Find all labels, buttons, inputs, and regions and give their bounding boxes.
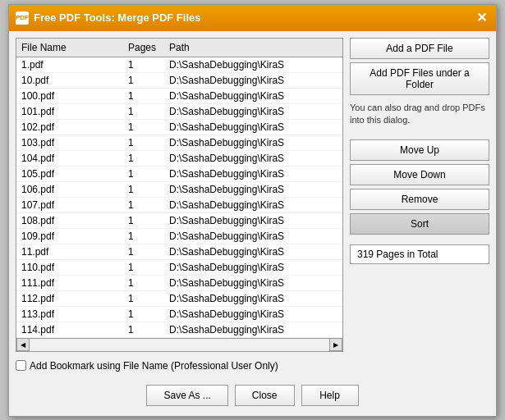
pages-cell: 1 — [126, 105, 168, 118]
bookmark-row: Add Bookmark using File Name (Profession… — [16, 357, 489, 375]
col-header-pages: Pages — [126, 40, 168, 55]
col-header-name: File Name — [20, 40, 126, 55]
main-area: File Name Pages Path 1.pdf1D:\SashaDebug… — [16, 38, 489, 352]
move-up-button[interactable]: Move Up — [350, 139, 489, 161]
table-row[interactable]: 11.pdf1D:\SashaDebugging\KiraS — [16, 244, 342, 260]
table-row[interactable]: 1.pdf1D:\SashaDebugging\KiraS — [16, 57, 342, 73]
path-cell: D:\SashaDebugging\KiraS — [168, 230, 339, 243]
pages-cell: 1 — [126, 74, 168, 87]
path-cell: D:\SashaDebugging\KiraS — [168, 323, 339, 336]
pages-cell: 1 — [126, 167, 168, 180]
pages-cell: 1 — [126, 136, 168, 149]
move-down-button[interactable]: Move Down — [350, 164, 489, 185]
table-row[interactable]: 105.pdf1D:\SashaDebugging\KiraS — [16, 167, 342, 182]
app-icon: PDF — [16, 11, 29, 25]
table-row[interactable]: 103.pdf1D:\SashaDebugging\KiraS — [16, 135, 342, 151]
path-cell: D:\SashaDebugging\KiraS — [168, 105, 339, 118]
file-name-cell: 11.pdf — [20, 245, 126, 258]
file-name-cell: 10.pdf — [20, 74, 126, 87]
col-header-path: Path — [168, 40, 339, 55]
drag-drop-info: You can also drag and drop PDFs into thi… — [350, 98, 489, 130]
file-name-cell: 102.pdf — [20, 121, 126, 134]
table-row[interactable]: 110.pdf1D:\SashaDebugging\KiraS — [16, 260, 342, 276]
file-name-cell: 101.pdf — [20, 105, 126, 118]
path-cell: D:\SashaDebugging\KiraS — [168, 74, 339, 87]
table-row[interactable]: 113.pdf1D:\SashaDebugging\KiraS — [16, 307, 342, 322]
path-cell: D:\SashaDebugging\KiraS — [168, 121, 339, 134]
file-name-cell: 104.pdf — [20, 152, 126, 165]
close-button[interactable]: Close — [235, 385, 295, 406]
remove-button[interactable]: Remove — [350, 189, 489, 210]
pages-cell: 1 — [126, 276, 168, 290]
table-row[interactable]: 104.pdf1D:\SashaDebugging\KiraS — [16, 151, 342, 167]
table-row[interactable]: 109.pdf1D:\SashaDebugging\KiraS — [16, 229, 342, 244]
file-name-cell: 105.pdf — [20, 167, 126, 180]
pages-cell: 1 — [126, 261, 168, 274]
file-name-cell: 103.pdf — [20, 136, 126, 149]
file-name-cell: 108.pdf — [20, 214, 126, 227]
pages-total: 319 Pages in Total — [350, 244, 489, 264]
table-row[interactable]: 102.pdf1D:\SashaDebugging\KiraS — [16, 120, 342, 135]
table-row[interactable]: 108.pdf1D:\SashaDebugging\KiraS — [16, 213, 342, 229]
path-cell: D:\SashaDebugging\KiraS — [168, 152, 339, 165]
table-row[interactable]: 112.pdf1D:\SashaDebugging\KiraS — [16, 291, 342, 307]
scroll-track[interactable] — [30, 339, 329, 350]
scroll-right-button[interactable]: ▶ — [329, 338, 342, 351]
pages-cell: 1 — [126, 292, 168, 305]
window-title: Free PDF Tools: Merge PDF Files — [34, 11, 200, 24]
file-name-cell: 112.pdf — [20, 292, 126, 305]
pages-cell: 1 — [126, 58, 168, 71]
content-area: File Name Pages Path 1.pdf1D:\SashaDebug… — [9, 31, 496, 416]
scroll-left-button[interactable]: ◀ — [16, 338, 30, 351]
bottom-buttons: Save As ... Close Help — [16, 380, 489, 409]
path-cell: D:\SashaDebugging\KiraS — [168, 167, 339, 180]
file-name-cell: 106.pdf — [20, 183, 126, 196]
path-cell: D:\SashaDebugging\KiraS — [168, 58, 339, 71]
pages-cell: 1 — [126, 152, 168, 165]
path-cell: D:\SashaDebugging\KiraS — [168, 292, 339, 305]
table-row[interactable]: 114.pdf1D:\SashaDebugging\KiraS — [16, 322, 342, 338]
file-list-container: File Name Pages Path 1.pdf1D:\SashaDebug… — [16, 38, 343, 352]
table-row[interactable]: 106.pdf1D:\SashaDebugging\KiraS — [16, 182, 342, 198]
file-list-body[interactable]: 1.pdf1D:\SashaDebugging\KiraS10.pdf1D:\S… — [16, 57, 342, 338]
table-row[interactable]: 10.pdf1D:\SashaDebugging\KiraS — [16, 73, 342, 89]
file-list-header: File Name Pages Path — [16, 39, 342, 57]
path-cell: D:\SashaDebugging\KiraS — [168, 308, 339, 321]
close-window-button[interactable]: ✕ — [473, 10, 489, 26]
save-as-button[interactable]: Save As ... — [146, 385, 227, 406]
title-bar: PDF Free PDF Tools: Merge PDF Files ✕ — [9, 5, 496, 31]
file-name-cell: 109.pdf — [20, 230, 126, 243]
right-panel: Add a PDF File Add PDF Files under a Fol… — [350, 38, 489, 352]
path-cell: D:\SashaDebugging\KiraS — [168, 199, 339, 212]
pages-cell: 1 — [126, 183, 168, 196]
pages-cell: 1 — [126, 323, 168, 336]
table-row[interactable]: 101.pdf1D:\SashaDebugging\KiraS — [16, 104, 342, 120]
file-name-cell: 110.pdf — [20, 261, 126, 274]
table-row[interactable]: 100.pdf1D:\SashaDebugging\KiraS — [16, 89, 342, 104]
path-cell: D:\SashaDebugging\KiraS — [168, 276, 339, 290]
path-cell: D:\SashaDebugging\KiraS — [168, 183, 339, 196]
pages-cell: 1 — [126, 199, 168, 212]
file-name-cell: 100.pdf — [20, 89, 126, 103]
pages-cell: 1 — [126, 230, 168, 243]
table-row[interactable]: 111.pdf1D:\SashaDebugging\KiraS — [16, 276, 342, 291]
action-buttons: Move Up Move Down Remove Sort — [350, 139, 489, 235]
add-folder-button[interactable]: Add PDF Files under a Folder — [350, 62, 489, 95]
pages-cell: 1 — [126, 308, 168, 321]
sort-button[interactable]: Sort — [350, 213, 489, 235]
path-cell: D:\SashaDebugging\KiraS — [168, 136, 339, 149]
bookmark-checkbox[interactable] — [16, 360, 26, 371]
table-row[interactable]: 107.pdf1D:\SashaDebugging\KiraS — [16, 198, 342, 213]
file-name-cell: 111.pdf — [20, 276, 126, 290]
path-cell: D:\SashaDebugging\KiraS — [168, 245, 339, 258]
bookmark-label: Add Bookmark using File Name (Profession… — [30, 360, 278, 372]
path-cell: D:\SashaDebugging\KiraS — [168, 214, 339, 227]
file-name-cell: 107.pdf — [20, 199, 126, 212]
help-button[interactable]: Help — [301, 385, 359, 406]
main-window: PDF Free PDF Tools: Merge PDF Files ✕ Fi… — [8, 4, 497, 417]
add-pdf-button[interactable]: Add a PDF File — [350, 38, 489, 59]
file-name-cell: 113.pdf — [20, 308, 126, 321]
horizontal-scrollbar[interactable]: ◀ ▶ — [16, 338, 342, 351]
file-name-cell: 1.pdf — [20, 58, 126, 71]
file-name-cell: 114.pdf — [20, 323, 126, 336]
